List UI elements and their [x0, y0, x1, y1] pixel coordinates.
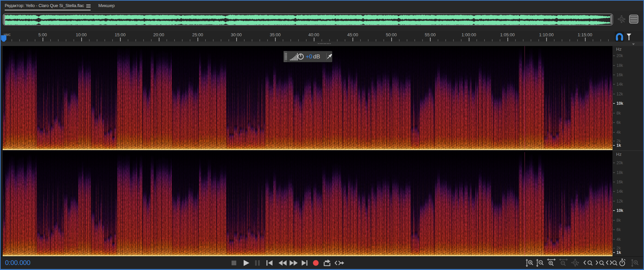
svg-text:5:00: 5:00 [38, 32, 47, 37]
svg-text:1:15:00: 1:15:00 [578, 32, 592, 37]
svg-text:15:00: 15:00 [115, 32, 126, 37]
svg-text:30:00: 30:00 [231, 32, 242, 37]
svg-text:10:00: 10:00 [76, 32, 87, 37]
svg-text:20:00: 20:00 [153, 32, 164, 37]
svg-text:45:00: 45:00 [347, 32, 358, 37]
svg-text:dB: dB [313, 53, 320, 60]
svg-text:+0: +0 [306, 53, 312, 60]
svg-text:25:00: 25:00 [192, 32, 203, 37]
svg-text:55:00: 55:00 [425, 32, 436, 37]
svg-text:1:10:00: 1:10:00 [539, 32, 553, 37]
svg-text:50:00: 50:00 [386, 32, 397, 37]
svg-text:40:00: 40:00 [308, 32, 319, 37]
svg-text:1:00:00: 1:00:00 [461, 32, 476, 37]
svg-text:35:00: 35:00 [270, 32, 281, 37]
svg-text:1:05:00: 1:05:00 [500, 32, 514, 37]
